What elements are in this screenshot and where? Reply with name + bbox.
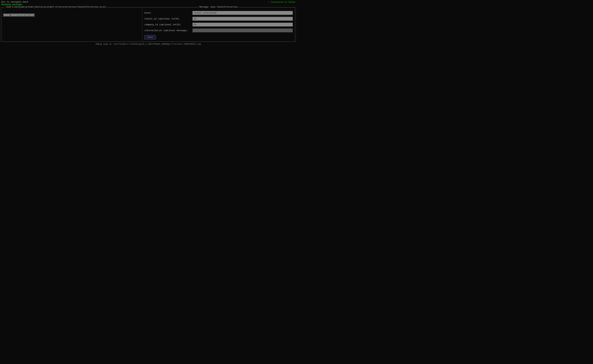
- form-row: company_id (optional int32): [144, 23, 293, 26]
- bottom-bar: Debug logs at /var/folders/_0/k52tcgvx6_…: [0, 42, 297, 46]
- main-content: ~/Users/leosjoberg/Code/jobilla/protobuf…: [1, 7, 295, 42]
- form-row: talent_id (optional int32): [144, 17, 293, 21]
- left-panel-content: .. base.TalentInteraction: [2, 7, 142, 41]
- dotdot: ..: [3, 10, 141, 12]
- form-row: Event: [144, 11, 293, 15]
- form-row: interacted_at (optional message): [144, 29, 293, 32]
- field-label: interacted_at (optional message): [144, 29, 193, 32]
- left-panel: ~/Users/leosjoberg/Code/jobilla/protobuf…: [2, 7, 142, 41]
- field-input[interactable]: [193, 17, 293, 21]
- right-panel: Message: base.TalentInteraction Eventtal…: [142, 7, 295, 41]
- field-label: talent_id (optional int32): [144, 18, 193, 20]
- left-panel-title: ~/Users/leosjoberg/Code/jobilla/protobuf…: [4, 6, 107, 8]
- nav-hint: Esc to navigate back: [1, 1, 28, 3]
- debug-log: Debug logs at /var/folders/_0/k52tcgvx6_…: [96, 43, 201, 45]
- field-input[interactable]: [193, 29, 293, 32]
- field-label: Event: [144, 12, 193, 14]
- selected-proto-item[interactable]: base.TalentInteraction: [3, 13, 35, 17]
- main-area: ~/Users/leosjoberg/Code/jobilla/protobuf…: [1, 7, 296, 42]
- sending-message: Sending message!: [1, 3, 28, 6]
- fields-container: Eventtalent_id (optional int32)company_i…: [144, 11, 293, 32]
- top-left: Esc to navigate back Sending message!: [1, 1, 28, 6]
- right-panel-title: Message: base.TalentInteraction: [199, 6, 238, 8]
- connection-status: ✓ Connected to kafka: [268, 1, 295, 3]
- field-input[interactable]: [193, 11, 293, 15]
- send-button[interactable]: Send: [144, 35, 156, 39]
- field-label: company_id (optional int32): [144, 23, 193, 26]
- right-panel-content: Eventtalent_id (optional int32)company_i…: [142, 7, 295, 41]
- field-input[interactable]: [193, 23, 293, 26]
